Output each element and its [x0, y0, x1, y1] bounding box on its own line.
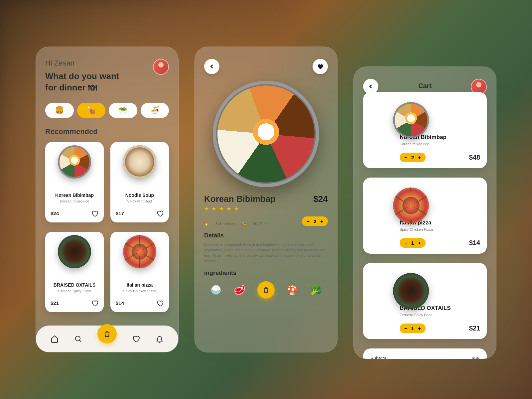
food-card[interactable]: Italian pizza Spicy Chicken Pizza $14 — [110, 232, 169, 312]
qty-value: 1 — [411, 240, 414, 246]
calories-icon: 🔥 — [204, 221, 209, 226]
dish-title: Korean Bibimbap — [204, 194, 276, 204]
headline: What do you want for dinner 🍽 — [45, 71, 132, 93]
qty-value: 2 — [314, 218, 316, 224]
food-subtitle: Spicy with Beef — [116, 199, 164, 203]
food-price: $21 — [51, 300, 59, 306]
ingredient-icon: 🥩 — [234, 285, 245, 296]
qty-minus[interactable]: − — [307, 218, 310, 224]
food-card[interactable]: Noodle Soup Spicy with Beef $17 — [110, 142, 169, 222]
dish-price: $24 — [314, 194, 328, 204]
food-subtitle: Chinese Spicy Food — [51, 289, 98, 293]
ingredient-icon: 🍄 — [287, 285, 298, 296]
category-chip[interactable]: 🍔 — [45, 103, 74, 118]
food-image — [58, 145, 91, 179]
cart-item: BRAISED OXTAILS Chinese Spicy Food −1+ $… — [363, 263, 487, 339]
heart-icon[interactable] — [91, 210, 98, 217]
ingredient-icon: 🍚 — [210, 285, 222, 296]
qty-plus[interactable]: + — [418, 155, 421, 160]
add-to-cart-button[interactable] — [257, 281, 275, 299]
qty-value: 2 — [411, 155, 414, 160]
favorite-button[interactable] — [313, 59, 328, 74]
qty-value: 1 — [411, 326, 414, 331]
category-chip[interactable]: 🥗 — [109, 103, 137, 118]
rating-stars: ★ ★ ★ ★ ★ — [204, 205, 276, 212]
cart-item-image — [393, 273, 429, 309]
cart-item-subtitle: Chinese Spicy Food — [400, 313, 480, 317]
qty-minus[interactable]: − — [404, 240, 407, 246]
category-row: 🍔🍗🥗🍜 — [45, 103, 169, 118]
food-name: Italian pizza — [116, 282, 164, 288]
quantity-stepper[interactable]: −2+ — [400, 153, 426, 162]
recommended-label: Recommended — [45, 127, 169, 136]
qty-minus[interactable]: − — [404, 326, 407, 331]
food-name: Noodle Soup — [116, 193, 164, 198]
svg-point-0 — [75, 336, 80, 341]
food-price: $24 — [51, 210, 59, 216]
qty-minus[interactable]: − — [404, 155, 407, 160]
quantity-stepper[interactable]: − 2 + — [302, 216, 328, 226]
dish-description: Bibimbap is comprised of warm rice toppe… — [204, 242, 328, 264]
cart-item-price: $14 — [469, 239, 480, 247]
home-screen: Hi Zesan What do you want for dinner 🍽 🍔… — [36, 47, 179, 352]
cart-item-subtitle: Spicy Chicken Pizza — [400, 227, 480, 231]
search-tab[interactable] — [73, 334, 83, 343]
details-label: Details — [204, 232, 328, 239]
delivery-icon: 🛵 — [242, 221, 246, 226]
back-button[interactable] — [204, 59, 219, 74]
order-summary: Subtotal$69 Delivery$00 Total$69 Check O… — [363, 348, 487, 359]
avatar[interactable] — [153, 59, 169, 75]
heart-icon[interactable] — [156, 300, 164, 307]
cart-item-price: $48 — [469, 154, 480, 161]
quantity-stepper[interactable]: −1+ — [400, 324, 426, 333]
heart-icon[interactable] — [91, 300, 98, 307]
food-price: $17 — [116, 210, 124, 216]
subtotal-value: $69 — [472, 356, 479, 359]
cart-screen: Cart Korean Bibimbap Korean mixed rice −… — [353, 66, 496, 359]
food-subtitle: Spicy Chicken Pizza — [116, 289, 164, 293]
favorites-tab[interactable] — [131, 334, 141, 343]
calories: 341 calories — [215, 222, 235, 226]
qty-plus[interactable]: + — [320, 218, 323, 224]
category-chip[interactable]: 🍗 — [77, 103, 106, 118]
greeting: Hi Zesan — [45, 59, 169, 67]
cart-item: Italian pizza Spicy Chicken Pizza −1+ $1… — [363, 178, 487, 254]
food-image — [123, 145, 156, 179]
quantity-stepper[interactable]: −1+ — [400, 238, 426, 248]
heart-icon[interactable] — [156, 210, 164, 217]
category-chip[interactable]: 🍜 — [141, 103, 169, 118]
cart-item: Korean Bibimbap Korean mixed rice −2+ $4… — [363, 92, 487, 168]
food-card[interactable]: BRAISED OXTAILS Chinese Spicy Food $21 — [45, 232, 104, 312]
cart-tab[interactable] — [97, 324, 117, 343]
food-price: $14 — [116, 300, 124, 306]
cart-item-image — [393, 102, 429, 138]
qty-plus[interactable]: + — [418, 326, 421, 331]
cart-item-image — [393, 188, 429, 223]
food-card[interactable]: Korean Bibimbap Korean mixed rice $24 — [45, 142, 104, 222]
tab-bar — [36, 326, 178, 352]
home-tab[interactable] — [50, 334, 59, 343]
food-image — [123, 235, 156, 268]
cart-item-subtitle: Korean mixed rice — [400, 142, 480, 146]
cart-item-price: $21 — [469, 325, 480, 332]
detail-screen: Korean Bibimbap ★ ★ ★ ★ ★ $24 🔥341 calor… — [195, 47, 337, 352]
dish-hero-image — [213, 81, 319, 187]
qty-plus[interactable]: + — [418, 240, 421, 246]
trash-icon[interactable] — [495, 212, 496, 219]
food-subtitle: Korean mixed rice — [51, 199, 98, 203]
ingredients-label: ingredients — [204, 270, 328, 277]
ingredient-icon: 🥦 — [310, 285, 322, 296]
notifications-tab[interactable] — [155, 334, 164, 343]
food-image — [58, 235, 91, 268]
subtotal-label: Subtotal — [370, 356, 387, 359]
food-name: Korean Bibimbap — [51, 193, 98, 198]
delivery-time: 20-25 min — [253, 222, 269, 226]
food-name: BRAISED OXTAILS — [51, 282, 98, 288]
